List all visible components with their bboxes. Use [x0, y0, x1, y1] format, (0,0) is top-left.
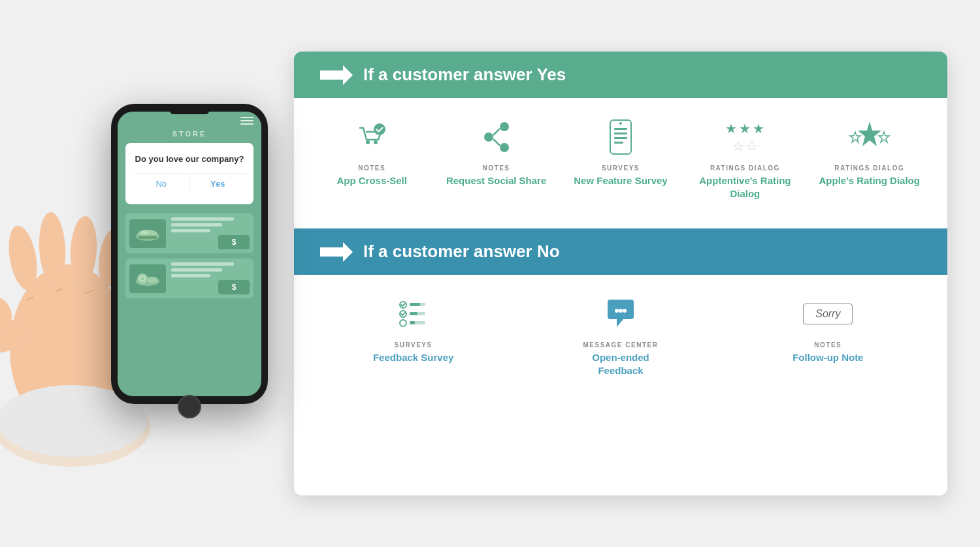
svg-point-24: [366, 140, 370, 144]
item-app-cross-sell: NOTES App Cross-Sell: [319, 116, 424, 187]
item-category-social: NOTES: [483, 164, 510, 172]
svg-rect-16: [139, 236, 157, 239]
phone-home-button[interactable]: [178, 395, 201, 418]
cart-icon: [351, 116, 393, 158]
item-social-share: NOTES Request Social Share: [444, 116, 549, 187]
item-apple-rating: RATINGS DIALOG Apple's Rating Dialog: [817, 116, 922, 187]
phone-mockup: STORE Do you love our company? No Yes: [111, 104, 268, 404]
phone-screen: STORE Do you love our company? No Yes: [118, 112, 261, 396]
no-section-header: If a customer answer No: [294, 228, 947, 275]
item-new-feature-survey: SURVEYS New Feature Survey: [568, 116, 673, 187]
item-open-ended: MESSAGE CENTER Open-ended Feedback: [568, 293, 673, 377]
item-name-social: Request Social Share: [446, 174, 546, 187]
no-arrow-icon: [320, 242, 353, 262]
svg-line-31: [493, 139, 500, 146]
checklist-icon: [393, 293, 434, 335]
item-category-survey: SURVEYS: [602, 164, 640, 172]
love-dialog: Do you love our company? No Yes: [125, 143, 253, 204]
svg-rect-47: [410, 312, 417, 315]
svg-point-29: [500, 143, 509, 152]
phone-section: STORE Do you love our company? No Yes: [33, 143, 307, 404]
item-category-apple: RATINGS DIALOG: [834, 164, 904, 172]
svg-marker-41: [320, 242, 353, 262]
yes-arrow-icon: [320, 65, 353, 85]
svg-point-15: [140, 230, 148, 234]
svg-marker-40: [879, 132, 889, 142]
item-name-follow-up: Follow-up Note: [792, 351, 863, 364]
svg-point-26: [374, 123, 385, 135]
item-feedback-survey: SURVEYS Feedback Survey: [361, 293, 466, 364]
svg-point-28: [484, 133, 493, 142]
svg-point-53: [623, 309, 627, 313]
dialog-question: Do you love our company?: [133, 153, 246, 165]
item-name-survey: New Feature Survey: [574, 174, 667, 187]
svg-point-51: [615, 309, 619, 313]
hamburger-icon: [240, 117, 253, 125]
item-name-open-ended: Open-ended Feedback: [568, 351, 673, 377]
no-items-row: SURVEYS Feedback Survey MESSAGE CENTER: [294, 275, 947, 405]
item-category-cross-sell: NOTES: [358, 164, 385, 172]
item-category-message: MESSAGE CENTER: [583, 341, 659, 349]
svg-point-27: [500, 122, 509, 131]
svg-rect-50: [410, 321, 415, 324]
no-button[interactable]: No: [133, 174, 190, 194]
buy-btn-2[interactable]: $: [218, 280, 250, 294]
svg-point-48: [400, 320, 406, 326]
sorry-box: Sorry: [803, 304, 853, 324]
yes-button[interactable]: Yes: [190, 174, 246, 194]
svg-marker-22: [320, 65, 353, 85]
svg-point-37: [619, 122, 622, 125]
svg-point-20: [141, 277, 144, 280]
svg-rect-35: [614, 137, 627, 139]
item-category-follow-up: NOTES: [814, 341, 841, 349]
svg-point-21: [148, 277, 158, 283]
right-panel: If a customer answer Yes: [294, 52, 947, 495]
svg-rect-33: [614, 128, 627, 130]
product-item-2: $: [125, 258, 253, 298]
item-name-feedback: Feedback Survey: [373, 351, 453, 364]
product-thumb-1: [129, 219, 166, 248]
svg-line-30: [493, 129, 500, 135]
yes-items-row: NOTES App Cross-Sell NOTES Request Socia…: [294, 98, 947, 228]
buy-btn-1[interactable]: $: [218, 235, 250, 249]
stars-3-icon: ★ ★ ★ ☆ ☆: [724, 116, 766, 158]
item-category-feedback: SURVEYS: [395, 341, 433, 349]
sorry-icon: Sorry: [807, 293, 849, 335]
store-label: STORE: [118, 127, 261, 143]
no-section-title: If a customer answer No: [363, 242, 560, 262]
item-name-cross-sell: App Cross-Sell: [336, 174, 407, 187]
yes-section-title: If a customer answer Yes: [363, 65, 566, 85]
product-thumb-2: [129, 264, 166, 293]
yes-section-header: If a customer answer Yes: [294, 52, 947, 98]
share-icon: [476, 116, 517, 158]
item-category-apptentive: RATINGS DIALOG: [710, 164, 780, 172]
dialog-buttons: No Yes: [133, 173, 246, 194]
chat-icon: [600, 293, 642, 335]
svg-point-23: [353, 119, 390, 155]
svg-rect-34: [614, 133, 627, 134]
item-apptentive-rating: ★ ★ ★ ☆ ☆ RATINGS DIALOG Apptentive's Ra…: [693, 116, 797, 200]
svg-rect-36: [614, 142, 623, 144]
svg-point-25: [374, 140, 378, 144]
main-container: STORE Do you love our company? No Yes: [33, 25, 947, 522]
item-name-apple: Apple's Rating Dialog: [819, 174, 920, 187]
item-name-apptentive: Apptentive's Rating Dialog: [693, 174, 797, 200]
svg-rect-44: [410, 303, 420, 306]
phone-list-icon: [600, 116, 642, 158]
item-follow-up-note: Sorry NOTES Follow-up Note: [776, 293, 880, 364]
svg-marker-39: [850, 132, 860, 142]
svg-point-52: [619, 309, 623, 313]
product-item-1: $: [125, 213, 253, 253]
product-list: $: [118, 208, 261, 304]
stars-big-icon: [849, 116, 890, 158]
svg-marker-38: [858, 121, 881, 146]
